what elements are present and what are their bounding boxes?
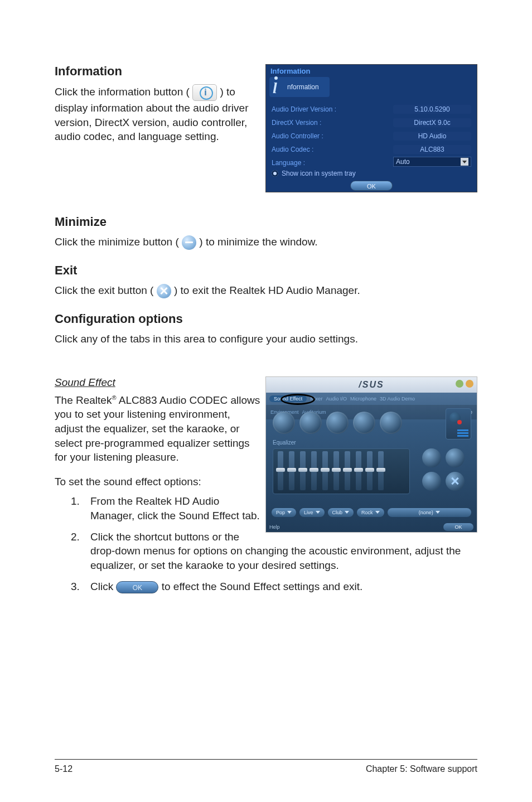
help-link[interactable]: Help: [269, 524, 280, 530]
ok-button[interactable]: OK: [350, 181, 393, 191]
sound-effect-paragraph-2: To set the sound effect options:: [55, 475, 261, 489]
eq-slider[interactable]: [333, 451, 339, 490]
preset-club[interactable]: Club: [328, 508, 354, 517]
tray-option[interactable]: Show icon in system tray: [272, 170, 356, 177]
tray-label: Show icon in system tray: [282, 170, 356, 177]
equalizer-area[interactable]: [273, 448, 410, 494]
chevron-down-icon: [375, 511, 380, 514]
sound-effect-panel-screenshot: /SUS Sound Effect Mixer Audio I/O Microp…: [265, 376, 477, 533]
minimize-icon[interactable]: [456, 380, 463, 388]
tab-mixer[interactable]: Mixer: [310, 396, 322, 402]
asus-logo: /SUS: [359, 380, 384, 390]
titlebar: /SUS: [266, 377, 477, 393]
row-value: DirectX 9.0c: [393, 118, 471, 127]
information-button-icon: [192, 84, 217, 101]
minimize-heading: Minimize: [55, 215, 477, 229]
chevron-down-icon: [316, 511, 320, 514]
exit-heading: Exit: [55, 263, 477, 278]
panel-title: Information: [270, 67, 311, 75]
chevron-down-icon: [461, 158, 468, 166]
close-icon[interactable]: [466, 380, 473, 388]
tab-audio-io[interactable]: Audio I/O: [326, 396, 347, 402]
page-footer: 5-12 Chapter 5: Software support: [55, 759, 477, 774]
eq-side-button[interactable]: [422, 448, 441, 467]
minimize-paragraph: Click the minimize button ( ) to minimiz…: [55, 235, 477, 250]
language-select[interactable]: Auto: [393, 157, 471, 167]
preset-button[interactable]: [353, 412, 375, 434]
exit-icon: [157, 284, 171, 298]
chevron-down-icon: [436, 511, 440, 514]
exit-paragraph: Click the exit button ( ) to exit the Re…: [55, 283, 477, 298]
row-label: DirectX Version :: [272, 119, 393, 127]
tabs-row: Sound Effect Mixer Audio I/O Microphone …: [266, 393, 477, 405]
sound-effect-paragraph: The Realtek® ALC883 Audio CODEC allows y…: [55, 393, 261, 465]
row-value: ALC883: [393, 145, 471, 154]
preset-button[interactable]: [326, 412, 349, 434]
eq-slider[interactable]: [322, 451, 328, 490]
equalizer-label: Equalizer: [273, 439, 296, 446]
preset-rock[interactable]: Rock: [357, 508, 384, 517]
row-value: HD Audio: [393, 132, 471, 141]
preset-button[interactable]: [380, 412, 402, 434]
panel-chip: nformation: [269, 77, 330, 97]
preset-live[interactable]: Live: [299, 508, 325, 517]
preset-button[interactable]: [273, 412, 295, 434]
voice-cancel-icon: [449, 412, 461, 423]
eq-slider[interactable]: [378, 451, 384, 490]
config-heading: Configuration options: [55, 312, 477, 326]
chevron-down-icon: [287, 511, 292, 514]
env-presets: [273, 412, 402, 434]
row-label: Audio Codec :: [272, 146, 393, 153]
tab-microphone[interactable]: Microphone: [350, 396, 376, 402]
minimize-icon: [182, 235, 196, 250]
eq-reset-button[interactable]: [446, 472, 465, 491]
eq-slider[interactable]: [345, 451, 350, 490]
karaoke-box[interactable]: [446, 408, 471, 439]
config-paragraph: Click any of the tabs in this area to co…: [55, 332, 477, 346]
preset-dropdown[interactable]: (none): [388, 508, 471, 517]
information-panel-screenshot: Information nformation l Audio Driver Ve…: [265, 64, 477, 192]
eq-side-button[interactable]: [422, 472, 441, 491]
eq-slider[interactable]: [367, 451, 373, 490]
language-value: Auto: [396, 158, 410, 166]
chevron-down-icon: [345, 511, 349, 514]
ok-button[interactable]: OK: [443, 523, 473, 531]
info-glyph-icon: l: [273, 79, 277, 97]
row-label: Audio Driver Version :: [272, 105, 393, 113]
row-label: Audio Controller :: [272, 132, 393, 140]
step-3: Click OK to effect the Sound Effect sett…: [83, 579, 477, 594]
eq-slider[interactable]: [311, 451, 317, 490]
ok-button-inline: OK: [116, 581, 158, 593]
preset-pop[interactable]: Pop: [272, 508, 296, 517]
eq-slider[interactable]: [278, 451, 283, 490]
page-number: 5-12: [55, 764, 72, 774]
tab-sound-effect[interactable]: Sound Effect: [269, 395, 307, 402]
tab-3d-demo[interactable]: 3D Audio Demo: [380, 396, 415, 402]
eq-slider[interactable]: [356, 451, 361, 490]
preset-button[interactable]: [299, 412, 322, 434]
eq-slider[interactable]: [289, 451, 294, 490]
chapter-label: Chapter 5: Software support: [366, 764, 477, 774]
eq-slider[interactable]: [300, 451, 306, 490]
step-1: From the Realtek HD Audio Manager, click…: [83, 494, 267, 523]
eq-side-button[interactable]: [446, 448, 465, 467]
row-value: 5.10.0.5290: [393, 105, 471, 114]
radio-icon: [272, 170, 278, 177]
step-2: Click the shortcut buttons or the drop-d…: [83, 530, 477, 573]
